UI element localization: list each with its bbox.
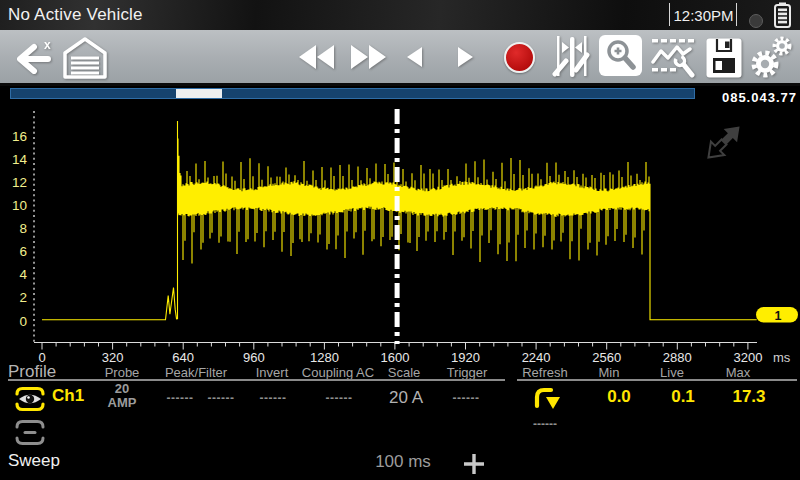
svg-text:960: 960 — [243, 350, 265, 365]
channel1-invert-cell[interactable]: ------ — [260, 391, 287, 405]
header-invert: Invert — [256, 365, 289, 380]
cursors-icon — [551, 34, 593, 80]
cursors-button[interactable] — [551, 34, 593, 84]
svg-text:2: 2 — [19, 290, 27, 305]
refresh-button[interactable] — [529, 383, 563, 419]
header-trigger: Trigger — [447, 365, 488, 380]
header-peak-filter: Peak/Filter — [165, 365, 227, 380]
svg-text:1920: 1920 — [451, 350, 480, 365]
toolbar: x — [0, 30, 800, 86]
svg-text:320: 320 — [102, 350, 124, 365]
channel-marker-label: 1 — [775, 309, 782, 323]
svg-text:10: 10 — [12, 198, 27, 213]
gears-icon — [745, 33, 797, 81]
divider — [736, 3, 737, 26]
svg-text:1280: 1280 — [310, 350, 339, 365]
expand-icon[interactable] — [702, 120, 747, 165]
step-back-button[interactable] — [405, 46, 423, 72]
frame-counter: 085.043.77 — [722, 90, 797, 105]
svg-text:x: x — [44, 39, 51, 52]
svg-text:1600: 1600 — [380, 350, 409, 365]
svg-text:12: 12 — [12, 175, 27, 190]
sweep-value[interactable]: 100 ms — [375, 452, 431, 472]
header-live: Live — [660, 365, 684, 380]
channel1-visibility-toggle[interactable] — [14, 386, 46, 416]
rewind-button[interactable] — [296, 44, 336, 74]
header-probe: Probe — [105, 365, 140, 380]
wrench-icon — [674, 55, 692, 75]
waveform-chart[interactable]: 0246810121416032064096012801600192022402… — [0, 104, 800, 366]
sweep-label: Sweep — [8, 451, 60, 471]
svg-text:4: 4 — [19, 267, 27, 282]
header-coupling: Coupling AC — [302, 365, 374, 380]
fast-forward-icon — [349, 44, 389, 70]
record-button[interactable] — [504, 42, 535, 73]
svg-text:6: 6 — [19, 244, 27, 259]
battery-icon — [771, 2, 795, 33]
svg-text:2240: 2240 — [522, 350, 551, 365]
channel1-coupling-cell[interactable]: ------ — [326, 391, 353, 405]
header-refresh: Refresh — [522, 365, 568, 380]
plus-icon — [461, 451, 487, 477]
scope-setup-button[interactable] — [650, 38, 696, 84]
fast-forward-button[interactable] — [349, 44, 389, 74]
save-floppy-icon — [705, 37, 743, 79]
step-forward-button[interactable] — [457, 46, 475, 72]
channel1-max-value: 17.3 — [732, 387, 765, 407]
zoom-tool-button-active[interactable] — [599, 35, 642, 76]
home-button[interactable] — [62, 36, 108, 84]
svg-text:0: 0 — [19, 314, 27, 329]
eye-icon — [14, 386, 46, 412]
back-button[interactable]: x — [8, 39, 54, 79]
status-bar: No Active Vehicle 12:30PM — [0, 0, 800, 30]
channel1-probe-cell[interactable]: 20 AMP — [108, 382, 137, 410]
svg-text:14: 14 — [12, 152, 28, 167]
divider — [517, 379, 797, 381]
rewind-icon — [296, 44, 336, 70]
settings-button[interactable] — [745, 33, 797, 85]
channel1-scale-cell[interactable]: 20 A — [389, 388, 423, 408]
channel1-peak-cell[interactable]: ------ — [167, 391, 194, 405]
header-max: Max — [726, 365, 751, 380]
previous-icon — [405, 46, 423, 68]
playback-scrubber[interactable] — [10, 88, 695, 99]
header-min: Min — [599, 365, 620, 380]
channel1-min-value: 0.0 — [607, 387, 631, 407]
svg-text:16: 16 — [12, 129, 27, 144]
home-icon — [62, 36, 108, 80]
divider — [8, 379, 505, 381]
channel2-refresh-cell[interactable]: ------ — [533, 417, 557, 431]
svg-text:2560: 2560 — [592, 350, 621, 365]
channel1-live-value: 0.1 — [671, 387, 695, 407]
header-scale: Scale — [388, 365, 421, 380]
refresh-icon — [529, 383, 563, 415]
vehicle-title: No Active Vehicle — [8, 5, 143, 25]
svg-text:ms: ms — [773, 350, 791, 365]
svg-text:2880: 2880 — [663, 350, 692, 365]
graph-setup-icon — [650, 38, 696, 80]
channel1-trigger-cell[interactable]: ------ — [453, 391, 480, 405]
zoom-magnifier-icon — [599, 35, 642, 76]
svg-text:8: 8 — [19, 221, 27, 236]
svg-text:3200: 3200 — [733, 350, 762, 365]
status-indicator-icon — [749, 14, 763, 28]
channel1-label[interactable]: Ch1 — [52, 386, 84, 406]
next-icon — [457, 46, 475, 68]
sweep-increase-button[interactable] — [461, 451, 487, 480]
channel1-filter-cell[interactable]: ------ — [208, 391, 235, 405]
hidden-channel-icon — [14, 419, 46, 446]
channel2-visibility-toggle[interactable] — [14, 419, 46, 450]
scrubber-handle[interactable] — [176, 89, 222, 98]
svg-text:640: 640 — [172, 350, 194, 365]
save-button[interactable] — [705, 37, 743, 83]
clock: 12:30PM — [671, 7, 736, 24]
divider — [669, 3, 670, 26]
